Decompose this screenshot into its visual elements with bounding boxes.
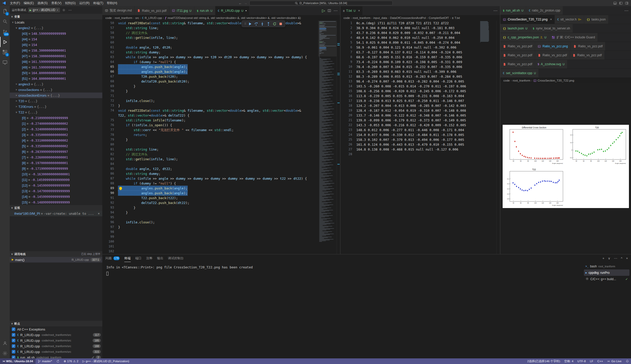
editor-tab[interactable]: CR_LRUD.cppU● bbox=[215, 6, 250, 15]
step-over-icon[interactable] bbox=[254, 22, 258, 26]
continue-icon[interactable] bbox=[248, 22, 252, 26]
breadcrumb-segment[interactable]: root_tranform bbox=[353, 16, 370, 19]
variable-row[interactable]: [49] = 161.59999999999999 bbox=[10, 64, 102, 70]
stack-frame[interactable]: main()R_LRUD.cpp327:1 bbox=[10, 257, 102, 263]
variable-row[interactable]: [4] = -0.33100000000000002 bbox=[10, 138, 102, 143]
text-line[interactable]: 26161.6 0.124 0.006 -0.443 0.013 -0.479 … bbox=[340, 142, 479, 147]
breadcrumb-segment[interactable]: code bbox=[503, 79, 510, 82]
variable-row[interactable]: [0] = -0.21099999999999999 bbox=[10, 115, 102, 121]
terminal-session[interactable]: ▶cppdbg: runPro bbox=[584, 269, 629, 276]
line-number[interactable]: 26 bbox=[340, 142, 356, 147]
breadcrumb-segment[interactable]: ≡T.txt bbox=[452, 16, 460, 19]
activity-remote-explorer-icon[interactable] bbox=[0, 57, 10, 67]
scope-row[interactable]: ∨Locals bbox=[10, 19, 102, 25]
code-line[interactable]: 99 bbox=[102, 234, 318, 239]
watch-expression[interactable]: theta*180.0/M_PI = -var-create: unable t… bbox=[10, 211, 102, 216]
step-into-icon[interactable] bbox=[260, 22, 264, 26]
code-line[interactable]: 78 return; bbox=[102, 132, 318, 137]
code-line[interactable]: 71 bbox=[102, 94, 318, 98]
text-line[interactable]: 1θc.m.(deg) iT11 ΔiT11 T20 ΔT20 T21 ΔT21… bbox=[340, 21, 479, 26]
panel-tab[interactable]: 注释 bbox=[146, 254, 152, 262]
editor-tab[interactable]: Ratio_vs_pzz.pdf bbox=[135, 6, 169, 15]
variable-row[interactable]: ∨T22 = {...} bbox=[10, 109, 102, 115]
variable-row[interactable]: [7] = -0.22600000000000001 bbox=[10, 154, 102, 160]
variable-row[interactable]: >T20 = {...} bbox=[10, 98, 102, 104]
text-line[interactable]: 14103.5 -0.260 0.008 -0.015 0.014 -0.270… bbox=[340, 84, 479, 89]
line-number[interactable]: 6 bbox=[340, 45, 356, 50]
panel-tab[interactable]: 输出 bbox=[157, 254, 163, 262]
line-number[interactable]: 100 bbox=[102, 239, 118, 244]
text-line[interactable]: 20133.7 -0.146 0.006 -0.122 0.012 -0.348… bbox=[340, 113, 479, 118]
text-line[interactable]: 973.4 -0.224 0.006 0.109 0.023 -0.198 0.… bbox=[340, 60, 479, 64]
activity-run-debug-icon[interactable] bbox=[0, 37, 10, 47]
status-language[interactable]: C++ bbox=[595, 358, 605, 364]
panel-tab[interactable]: 问题178 bbox=[105, 254, 120, 262]
breadcrumb-image[interactable]: code›root_tranform›CrossSection_T20_T22.… bbox=[500, 78, 631, 83]
editor-tab[interactable]: $run_all.shU bbox=[500, 6, 526, 15]
text-line[interactable]: 763.7 -0.127 0.004 0.137 0.012 -0.114 0.… bbox=[340, 50, 479, 55]
line-number[interactable]: 17 bbox=[340, 98, 356, 103]
minimap-slider[interactable] bbox=[318, 21, 337, 56]
line-number[interactable]: 76 bbox=[102, 123, 118, 128]
menu-item[interactable]: 运行(R) bbox=[78, 0, 92, 6]
breadcrumb-segment[interactable]: input_data bbox=[373, 16, 387, 19]
split-editor-icon[interactable] bbox=[328, 9, 331, 12]
remove-watch-icon[interactable]: × bbox=[97, 212, 101, 215]
code-line[interactable]: 77 std::cerr << "无法打开文件 " << filename <<… bbox=[102, 128, 318, 132]
line-number[interactable]: 77 bbox=[102, 128, 118, 132]
text-line[interactable]: 17119.0 -0.238 0.013 0.025 0.017 -0.250 … bbox=[340, 98, 479, 103]
variable-row[interactable]: [51] = 164.80000000000001 bbox=[10, 76, 102, 81]
section-header[interactable]: ∨调用堆栈已在 step 上暂停 bbox=[10, 251, 102, 257]
line-number[interactable]: 82 bbox=[102, 152, 118, 157]
breadcrumb-segment[interactable]: root_tranform bbox=[115, 16, 132, 19]
variable-row[interactable]: [15] = -0.14899999999999999 bbox=[10, 199, 102, 205]
editor-tab[interactable]: CrossSection_T20_T22.png× bbox=[500, 15, 555, 24]
debug-status[interactable]: ▷g++ - 调试RLUD (D_Polarization) bbox=[80, 358, 131, 364]
activity-account-icon[interactable] bbox=[0, 338, 10, 348]
code-line[interactable]: 83 std::getline(infile, line); bbox=[102, 157, 318, 162]
variable-row[interactable]: >T20Errors = {...} bbox=[10, 104, 102, 109]
line-number[interactable]: 15 bbox=[340, 89, 356, 94]
menu-item[interactable]: 选择(S) bbox=[36, 0, 49, 6]
line-number[interactable]: 91 bbox=[102, 196, 118, 200]
line-number[interactable]: 102 bbox=[102, 249, 118, 254]
status-selection[interactable]: 2选择(已选择146 个字符) bbox=[525, 358, 562, 364]
code-line[interactable]: 72 infile.close(); bbox=[102, 98, 318, 103]
line-number[interactable]: 88 bbox=[102, 181, 118, 186]
code-line[interactable]: 70 } bbox=[102, 89, 318, 94]
breadcrumb-segment[interactable]: code bbox=[105, 16, 112, 19]
menu-item[interactable]: 转到(G) bbox=[63, 0, 77, 6]
line-number[interactable]: 23 bbox=[340, 128, 356, 132]
breadcrumb-segment[interactable]: root_tranform bbox=[513, 79, 530, 82]
line-number[interactable]: 78 bbox=[102, 132, 118, 137]
editor-tab[interactable]: ≡T.txtU× bbox=[340, 6, 363, 15]
variable-row[interactable]: [3] = -0.33500000000000002 bbox=[10, 132, 102, 138]
git-branch-indicator[interactable]: master* bbox=[36, 358, 54, 364]
code-line[interactable]: 92 deltaT22.push_back(dt22); bbox=[102, 200, 318, 205]
panel-more-icon[interactable]: ⋯ bbox=[614, 256, 617, 260]
code-line[interactable]: 86 std::string dummy; bbox=[102, 171, 318, 176]
menu-item[interactable]: 编辑(E) bbox=[22, 0, 36, 6]
code-line[interactable]: 90 angles.push_back(angle); bbox=[102, 191, 318, 196]
go-live-button[interactable]: Go Live bbox=[605, 358, 624, 364]
text-line[interactable]: 343.7 0.236 0.004 0.029 0.009 -0.032 0.0… bbox=[340, 30, 479, 35]
terminal-dropdown-icon[interactable]: ∨ bbox=[608, 256, 611, 260]
line-number[interactable]: 5 bbox=[340, 40, 356, 45]
text-line[interactable]: 22143.3 -0.053 0.006 -0.216 0.012 -0.420… bbox=[340, 123, 479, 128]
line-number[interactable]: 7 bbox=[340, 50, 356, 55]
variable-row[interactable]: [12] = -0.14599999999999999 bbox=[10, 183, 102, 188]
text-line[interactable]: 1288.3 -0.289 0.006 0.055 0.013 -0.283 0… bbox=[340, 74, 479, 79]
code-line[interactable]: 100 bbox=[102, 239, 318, 244]
code-line[interactable]: 74void readT22Data(const std::string& fi… bbox=[102, 108, 318, 113]
editor-tab[interactable]: Ratio_vs_pzz.pdf bbox=[535, 51, 570, 60]
start-debug-icon[interactable]: ▶ bbox=[30, 9, 32, 12]
variable-row[interactable]: [1] = -0.27400000000000002 bbox=[10, 121, 102, 126]
code-line[interactable]: 95 bbox=[102, 215, 318, 220]
layout-sidebar-icon[interactable] bbox=[619, 2, 623, 5]
code-line[interactable]: 61 double angle, t20, dt20; bbox=[102, 45, 318, 50]
status-eol[interactable]: LF bbox=[588, 358, 595, 364]
variable-row[interactable]: ∨angles2 = {...} bbox=[10, 25, 102, 31]
line-number[interactable]: 99 bbox=[102, 234, 118, 239]
variable-row[interactable]: [48] = 161.59999999999999 bbox=[10, 59, 102, 64]
code-line[interactable]: 84 bbox=[102, 162, 318, 166]
